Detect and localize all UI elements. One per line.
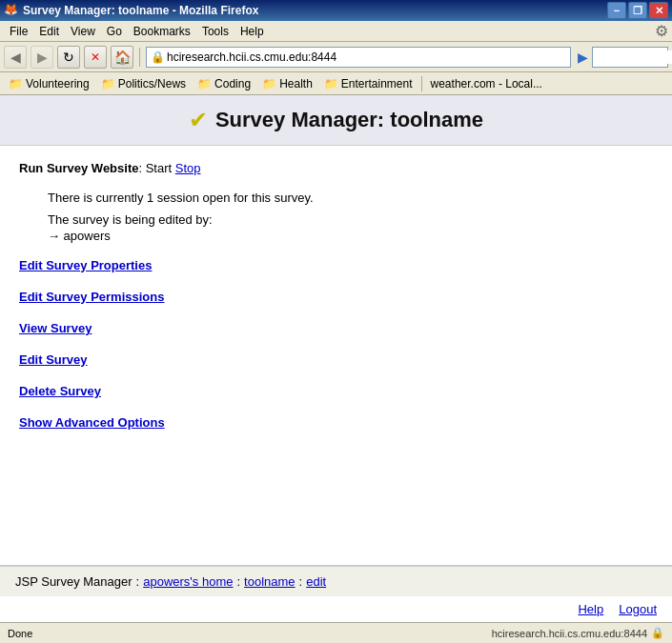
edit-link[interactable]: edit (306, 574, 326, 589)
window-title: Survey Manager: toolname - Mozilla Firef… (23, 4, 607, 17)
forward-button[interactable]: ▶ (31, 46, 53, 69)
run-survey-line: Run Survey Website: Start Stop (19, 161, 653, 175)
bookmark-health[interactable]: 📁 Health (257, 75, 317, 92)
editor-label: The survey is being edited by: (48, 212, 653, 227)
stop-button[interactable]: ✕ (84, 46, 107, 69)
minimize-button[interactable]: − (607, 2, 626, 19)
view-survey-link[interactable]: View Survey (19, 321, 653, 335)
go-button[interactable]: ▶ (578, 50, 588, 65)
footer-section: JSP Survey Manager : apowers's home : to… (0, 565, 672, 622)
bookmark-politics[interactable]: 📁 Politics/News (96, 75, 191, 92)
logout-link[interactable]: Logout (619, 602, 657, 616)
lock-icon: 🔒 (151, 50, 165, 64)
edit-survey-link[interactable]: Edit Survey (19, 352, 653, 367)
home-link[interactable]: apowers's home (143, 574, 233, 589)
edit-permissions-link[interactable]: Edit Survey Permissions (19, 290, 653, 304)
toolbar: ◀ ▶ ↻ ✕ 🏠 🔒 ▶ 🔍 (0, 42, 672, 72)
menu-help[interactable]: Help (234, 23, 270, 40)
statusbar-right: hciresearch.hcii.cs.cmu.edu:8444 🔒 (492, 627, 664, 639)
page-title: Survey Manager: toolname (215, 108, 483, 132)
run-survey-colon: : Start (138, 161, 174, 175)
bookmark-label: Politics/News (118, 77, 186, 90)
bookmark-separator (421, 76, 422, 91)
toolname-link[interactable]: toolname (244, 574, 295, 589)
window-controls: − ❐ ✕ (607, 2, 668, 19)
session-text: There is currently 1 session open for th… (48, 191, 314, 205)
titlebar: 🦊 Survey Manager: toolname - Mozilla Fir… (0, 0, 672, 21)
folder-icon: 📁 (101, 77, 115, 90)
menu-tools[interactable]: Tools (196, 23, 234, 40)
restore-button[interactable]: ❐ (628, 2, 647, 19)
search-box: 🔍 (592, 47, 668, 68)
editor-user: → apowers (48, 229, 653, 243)
folder-icon: 📁 (262, 77, 276, 90)
status-text: Done (8, 628, 32, 639)
folder-icon: 📁 (197, 77, 212, 90)
address-bar: 🔒 (146, 47, 571, 68)
bookmarks-bar: 📁 Volunteering 📁 Politics/News 📁 Coding … (0, 72, 672, 95)
advanced-options-link[interactable]: Show Advanced Options (19, 415, 653, 430)
menubar: File Edit View Go Bookmarks Tools Help ⚙ (0, 21, 672, 42)
bookmark-weather[interactable]: weather.com - Local... (426, 75, 547, 92)
bookmark-coding[interactable]: 📁 Coding (193, 75, 255, 92)
back-button[interactable]: ◀ (4, 46, 27, 69)
stop-link[interactable]: Stop (175, 161, 201, 175)
folder-icon: 📁 (9, 77, 23, 90)
checkmark-icon: ✔ (189, 107, 208, 133)
bookmark-volunteering[interactable]: 📁 Volunteering (4, 75, 94, 92)
home-button[interactable]: 🏠 (111, 46, 133, 69)
edit-properties-link[interactable]: Edit Survey Properties (19, 258, 653, 272)
content-area: ✔ Survey Manager: toolname Run Survey We… (0, 95, 672, 622)
bookmark-label: Entertainment (341, 77, 413, 90)
menu-bookmarks[interactable]: Bookmarks (128, 23, 196, 40)
folder-icon: 📁 (324, 77, 338, 90)
gear-icon: ⚙ (655, 22, 668, 40)
page-body: Run Survey Website: Start Stop There is … (0, 146, 672, 565)
close-button[interactable]: ✕ (649, 2, 668, 19)
menu-go[interactable]: Go (101, 23, 128, 40)
footer-separator1: : (136, 574, 140, 589)
menu-edit[interactable]: Edit (33, 23, 65, 40)
page-header: ✔ Survey Manager: toolname (0, 95, 672, 146)
footer-label: JSP Survey Manager (15, 574, 132, 589)
links-section: Edit Survey Properties Edit Survey Permi… (19, 258, 653, 430)
footer-bar: JSP Survey Manager : apowers's home : to… (0, 565, 672, 596)
delete-survey-link[interactable]: Delete Survey (19, 384, 653, 398)
bookmark-label: Health (279, 77, 313, 90)
help-footer-link[interactable]: Help (578, 602, 603, 616)
firefox-icon: 🦊 (4, 3, 19, 18)
footer-separator2: : (236, 574, 240, 589)
separator (139, 48, 140, 67)
bookmark-label: Coding (214, 77, 251, 90)
search-input[interactable] (593, 50, 672, 64)
bookmark-entertainment[interactable]: 📁 Entertainment (319, 75, 417, 92)
statusbar: Done hciresearch.hcii.cs.cmu.edu:8444 🔒 (0, 622, 672, 643)
menu-file[interactable]: File (4, 23, 33, 40)
footer-links: Help Logout (0, 596, 672, 622)
editor-info: The survey is being edited by: → apowers (48, 212, 653, 243)
lock-status-icon: 🔒 (651, 627, 664, 639)
address-input[interactable] (167, 50, 566, 64)
menu-view[interactable]: View (65, 23, 101, 40)
footer-separator3: : (299, 574, 303, 589)
refresh-button[interactable]: ↻ (57, 46, 80, 69)
run-survey-label: Run Survey Website (19, 161, 138, 175)
session-info: There is currently 1 session open for th… (48, 191, 653, 205)
bookmark-label: Volunteering (26, 77, 90, 90)
status-url: hciresearch.hcii.cs.cmu.edu:8444 (492, 628, 647, 639)
